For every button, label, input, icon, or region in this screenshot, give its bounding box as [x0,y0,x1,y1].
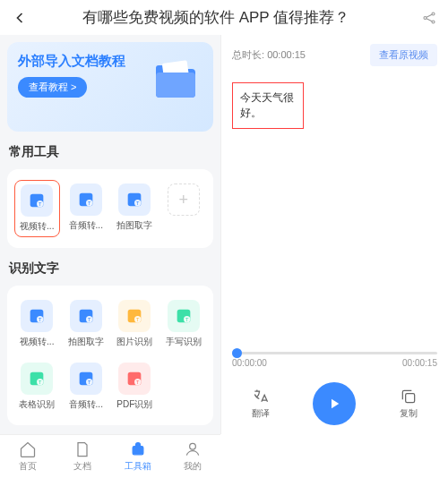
share-icon[interactable] [421,10,437,26]
tab-label: 首页 [19,460,37,473]
copy-icon [400,388,418,405]
tool-label: 拍图取字 [116,219,152,232]
tool-grid-common: T视频转...T音频转...T拍图取字+ [7,169,213,248]
tab-工具箱[interactable]: 工具箱 [110,440,166,473]
tool-item[interactable]: T视频转... [14,296,60,352]
tool-label: 音频转... [69,398,103,411]
tool-icon: T [168,300,200,332]
transcript-text: 今天天气很好。 [232,82,304,129]
tool-item[interactable]: T拍图取字 [112,180,158,237]
tab-label: 我的 [184,460,202,473]
page-title: 有哪些免费视频的软件 APP 值得推荐？ [36,7,396,28]
tool-item[interactable]: TPDF识别 [112,359,158,414]
tab-label: 文档 [73,460,91,473]
add-tool-button[interactable]: + [161,180,207,237]
tab-icon [129,440,147,458]
plus-icon: + [168,184,200,216]
tab-我的[interactable]: 我的 [166,440,221,473]
tool-icon: T [21,184,53,217]
translate-button[interactable]: 翻译 [252,388,270,420]
play-button[interactable] [313,382,356,425]
tool-label: 手写识别 [166,336,202,348]
back-icon[interactable] [11,9,29,27]
tab-icon [19,440,37,458]
tab-首页[interactable]: 首页 [0,440,56,473]
tool-icon: T [118,300,151,332]
transcript-area[interactable]: 今天天气很好。 [221,75,448,346]
svg-point-1 [432,13,435,15]
folder-icon [149,53,202,107]
tab-label: 工具箱 [125,460,151,473]
tool-icon: T [70,184,102,216]
svg-rect-37 [405,394,414,403]
tab-icon [184,440,202,458]
tool-icon: T [70,300,102,332]
tool-item[interactable]: T图片识别 [112,296,158,352]
header: 有哪些免费视频的软件 APP 值得推荐？ [0,0,448,35]
svg-point-2 [432,21,435,23]
duration-label: 总时长: 00:00:15 [232,48,306,62]
section-common: 常用工具 T视频转...T音频转...T拍图取字+ [7,144,213,248]
tab-bar: 首页文档工具箱我的 [0,434,220,478]
main: 外部导入文档教程 查看教程 > 常用工具 T视频转...T音频转...T拍图取字… [0,35,448,434]
play-icon [326,396,342,412]
view-original-button[interactable]: 查看原视频 [370,44,437,66]
svg-rect-6 [156,73,195,98]
tool-icon: T [118,363,151,395]
tab-文档[interactable]: 文档 [56,440,111,473]
tool-item[interactable]: T视频转... [14,180,60,237]
tool-item[interactable]: T表格识别 [14,359,60,414]
tool-label: PDF识别 [116,398,152,411]
tool-grid-ocr: T视频转...T拍图取字T图片识别T手写识别T表格识别T音频转...TPDF识别 [7,286,213,425]
time-start: 00:00:00 [232,358,267,368]
right-panel: 总时长: 00:00:15 查看原视频 今天天气很好。 00:00:0000:0… [220,35,448,434]
right-header: 总时长: 00:00:15 查看原视频 [221,35,448,75]
svg-rect-38 [133,447,143,455]
slider-thumb[interactable] [232,348,242,358]
progress-slider[interactable]: 00:00:0000:00:15 [221,346,448,373]
tool-icon: T [21,363,53,395]
tool-item[interactable]: T手写识别 [161,296,207,352]
right-actions: 翻译 复制 [221,373,448,434]
tool-label: 拍图取字 [68,336,104,348]
left-panel: 外部导入文档教程 查看教程 > 常用工具 T视频转...T音频转...T拍图取字… [0,35,220,434]
tool-label: 音频转... [69,219,103,232]
tool-label: 视频转... [20,220,54,233]
svg-point-0 [424,16,426,19]
tool-icon: T [118,184,151,216]
svg-point-39 [190,443,196,449]
section-title: 常用工具 [7,144,213,160]
tool-item[interactable]: T拍图取字 [64,296,109,352]
tool-label: 图片识别 [116,336,152,348]
tutorial-banner[interactable]: 外部导入文档教程 查看教程 > [7,42,213,132]
tool-icon: T [70,363,102,395]
tool-label: 视频转... [20,336,54,348]
tool-item[interactable]: T音频转... [64,359,109,414]
time-end: 00:00:15 [402,358,437,368]
tab-icon [73,440,91,458]
section-title: 识别文字 [7,260,213,277]
tool-icon: T [21,300,53,332]
view-tutorial-button[interactable]: 查看教程 > [18,77,87,98]
section-ocr: 识别文字 T视频转...T拍图取字T图片识别T手写识别T表格识别T音频转...T… [7,260,213,425]
translate-icon [252,388,270,405]
copy-button[interactable]: 复制 [400,388,418,420]
tool-item[interactable]: T音频转... [64,180,109,237]
tool-label: 表格识别 [19,398,55,411]
